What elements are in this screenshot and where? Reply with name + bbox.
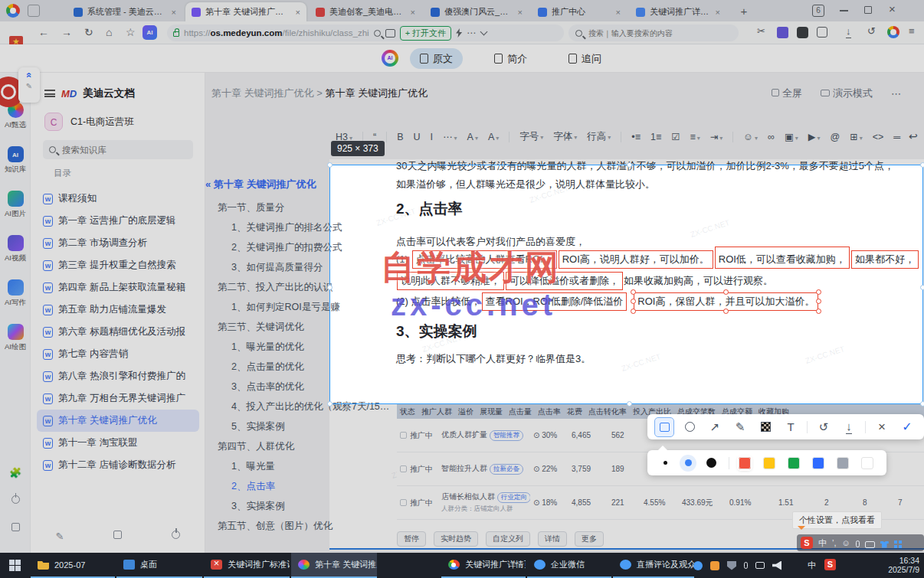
start-button-icon[interactable] bbox=[9, 560, 21, 571]
arrow-tool-icon[interactable]: ↗ bbox=[706, 418, 724, 436]
resize-handle[interactable] bbox=[631, 309, 636, 314]
tray-volume-icon[interactable] bbox=[772, 561, 781, 570]
table-header-cell[interactable]: 状态 bbox=[397, 407, 418, 417]
browser-tab[interactable]: 系统管理 - 美迪云管理 × bbox=[67, 2, 182, 21]
rect-tool-icon[interactable] bbox=[655, 418, 673, 436]
chapter-item[interactable]: W 课程须知 bbox=[37, 188, 199, 210]
color-white[interactable] bbox=[861, 457, 873, 469]
browser-tab[interactable]: 美迪创客_美迪电商_美 × bbox=[310, 2, 421, 21]
forward-icon[interactable]: → bbox=[61, 26, 72, 38]
toc-item[interactable]: 第一节、质量分 bbox=[205, 198, 336, 217]
font-family-select[interactable]: 字体 bbox=[553, 130, 577, 143]
toc-item[interactable]: 3、实操案例 bbox=[205, 496, 336, 516]
breadcrumb-parent[interactable]: 第十章 关键词推广优化 bbox=[211, 87, 314, 99]
bookmark-icon[interactable]: ☆ bbox=[126, 26, 136, 38]
chapter-item[interactable]: W 第九章 万相台无界关键词推广 bbox=[37, 387, 199, 410]
sidebar-item-knowledge[interactable]: 知识库 bbox=[0, 146, 31, 175]
taskbar-clock[interactable]: 16:34 2025/7/9 bbox=[888, 556, 919, 574]
chapter-item[interactable]: W 第一章 运营推广的底层逻辑 bbox=[37, 210, 199, 232]
sidebar-item-ai-draw[interactable]: AI绘图 bbox=[0, 324, 31, 352]
power-icon[interactable] bbox=[172, 531, 180, 539]
quick-search-bar[interactable] bbox=[568, 24, 739, 41]
ime-grid-icon[interactable] bbox=[894, 540, 902, 548]
browser-tab[interactable]: 推广中心 × bbox=[532, 2, 627, 21]
image-mode-icon[interactable] bbox=[385, 29, 395, 38]
more-options-icon[interactable]: ⋯ bbox=[891, 88, 901, 100]
history-clock-icon[interactable] bbox=[0, 495, 31, 506]
confirm-capture-icon[interactable]: ✓ bbox=[898, 418, 916, 436]
tray-display-icon[interactable] bbox=[755, 562, 765, 569]
browser-tab[interactable]: 关键词推广详情页_万相 × bbox=[630, 2, 726, 21]
translate-extension-icon[interactable] bbox=[777, 27, 788, 38]
ime-skin-icon[interactable] bbox=[880, 541, 889, 548]
sidebar-item-ai-image[interactable]: AI图片 bbox=[0, 191, 31, 219]
resize-handle[interactable] bbox=[631, 299, 636, 304]
toc-item[interactable]: 4、投入产出比的优化（观察7天/15… bbox=[205, 397, 336, 416]
toc-item[interactable]: 第四节、人群优化 bbox=[205, 436, 336, 456]
chapter-item[interactable]: W 第六章 标题精细优化及活动报 bbox=[37, 321, 199, 343]
download-icon[interactable]: ↓ bbox=[840, 418, 858, 436]
browser-kernel-icon[interactable] bbox=[887, 26, 899, 38]
table-icon[interactable]: ⊞ bbox=[850, 131, 863, 142]
resize-handle[interactable] bbox=[816, 289, 821, 295]
sidebar-item-ai-video[interactable]: AI视频 bbox=[0, 235, 31, 263]
chapter-item[interactable]: W 第十一章 淘宝联盟 bbox=[37, 432, 199, 454]
mosaic-tool-icon[interactable] bbox=[756, 418, 775, 436]
browser-logo-icon[interactable] bbox=[6, 4, 20, 18]
toc-item[interactable]: 第三节、关键词优化 bbox=[205, 317, 336, 337]
row-checkbox[interactable] bbox=[400, 465, 407, 472]
more-actions-icon[interactable]: ⋯ bbox=[467, 28, 477, 38]
chapter-item[interactable]: W 第十二章 店铺诊断数据分析 bbox=[37, 454, 199, 476]
ime-punct-icon[interactable]: ’, bbox=[832, 534, 837, 551]
tab-close-icon[interactable]: × bbox=[518, 8, 523, 17]
table-action-button[interactable]: 更多 bbox=[575, 531, 604, 547]
reload-icon[interactable]: ↻ bbox=[84, 26, 93, 38]
window-minimize-button[interactable] bbox=[840, 10, 848, 11]
search-icon[interactable] bbox=[374, 30, 381, 37]
open-file-button[interactable]: + 打开文件 bbox=[400, 26, 451, 41]
bold-icon[interactable]: B bbox=[397, 132, 403, 142]
back-icon[interactable]: ← bbox=[38, 26, 49, 38]
taskbar-doc[interactable]: 关键词推广标准计... bbox=[204, 553, 290, 578]
toc-item[interactable]: 第二节、投入产出比的认识 bbox=[205, 277, 336, 297]
indent-icon[interactable]: ⇥ bbox=[710, 131, 723, 142]
chapter-item[interactable]: W 第二章 市场调查分析 bbox=[37, 232, 199, 254]
toc-title[interactable]: 第十章 关键词推广优化 bbox=[214, 178, 316, 190]
fullscreen-button[interactable]: 全屏 bbox=[772, 87, 802, 100]
align-icon[interactable]: ≡ bbox=[690, 132, 700, 142]
hamburger-menu-icon[interactable] bbox=[44, 90, 55, 97]
underline-icon[interactable]: U bbox=[414, 132, 421, 142]
tray-mic-icon[interactable] bbox=[744, 562, 748, 569]
ime-keyboard-icon[interactable] bbox=[865, 541, 875, 548]
browser-tab[interactable]: 傻强澳门风云_百度搜索 × bbox=[424, 2, 529, 21]
table-action-button[interactable]: 实时趋势 bbox=[434, 531, 478, 547]
toc-item[interactable]: 3、点击率的优化 bbox=[205, 377, 336, 397]
text-color-icon[interactable]: A bbox=[467, 132, 478, 142]
table-header-cell[interactable]: 点击量 bbox=[506, 407, 535, 417]
puzzle-icon[interactable]: 🧩 bbox=[0, 467, 31, 478]
ime-bar[interactable]: S 中 ’, ☺ bbox=[797, 534, 924, 551]
resize-handle[interactable] bbox=[631, 289, 636, 295]
table-header-cell[interactable]: 点击转化率 bbox=[585, 407, 630, 417]
line-height-select[interactable]: 行高 bbox=[587, 130, 611, 143]
chapter-item[interactable]: W 第十章 关键词推广优化 bbox=[37, 410, 199, 432]
ime-tooltip[interactable]: 个性设置，点我看看 bbox=[792, 511, 882, 529]
toc-item[interactable]: 2、点击量的优化 bbox=[205, 357, 336, 377]
toc-item[interactable]: 2、点击率 bbox=[205, 476, 336, 496]
window-maximize-button[interactable] bbox=[864, 6, 872, 14]
workspace-row[interactable]: C C1-电商运营班 bbox=[44, 113, 134, 131]
scissors-icon[interactable]: ✂ bbox=[757, 25, 765, 37]
toc-item[interactable]: 2、关键词推广的扣费公式 bbox=[205, 237, 336, 257]
chapter-item[interactable]: W 第七章 内容营销 bbox=[37, 343, 199, 365]
color-red[interactable] bbox=[739, 457, 751, 469]
table-header-cell[interactable]: 展现量 bbox=[477, 407, 506, 417]
ordered-list-icon[interactable]: 1≡ bbox=[650, 132, 661, 142]
resize-handle[interactable] bbox=[723, 289, 729, 295]
tray-notes-icon[interactable] bbox=[710, 561, 719, 570]
bullet-list-icon[interactable]: •≡ bbox=[631, 132, 641, 142]
image-icon[interactable]: ▣ bbox=[785, 131, 798, 142]
resize-handle[interactable] bbox=[723, 309, 729, 314]
collapse-sidebar-button[interactable]: « ✎ bbox=[18, 67, 40, 103]
window-tab-count-badge[interactable]: 6 bbox=[812, 5, 824, 17]
taskbar-folder[interactable]: 2025-07 bbox=[31, 553, 115, 578]
